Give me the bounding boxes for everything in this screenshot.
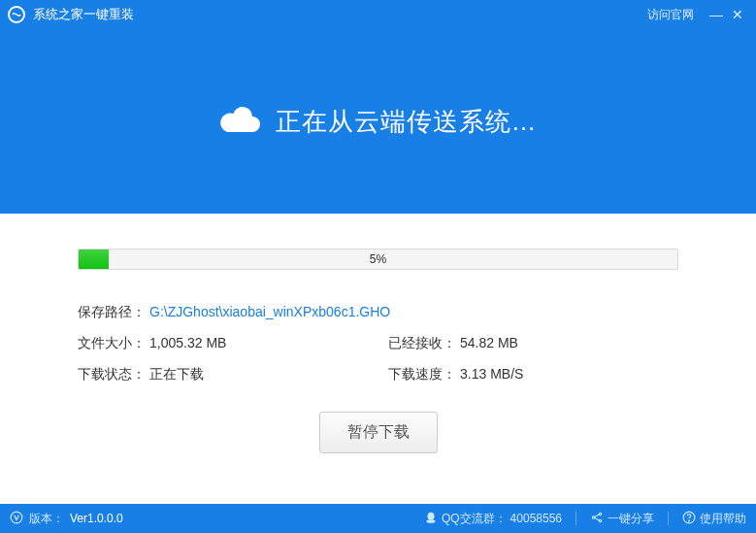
- titlebar: 系统之家一键重装 访问官网 — ✕: [0, 0, 756, 29]
- app-title: 系统之家一键重装: [33, 6, 134, 23]
- cloud-icon: [219, 105, 262, 138]
- svg-point-3: [592, 516, 594, 517]
- received-value: 54.82 MB: [460, 332, 518, 353]
- download-details: 保存路径： G:\ZJGhost\xiaobai_winXPxb06c1.GHO…: [78, 301, 678, 384]
- content-area: 5% 保存路径： G:\ZJGhost\xiaobai_winXPxb06c1.…: [0, 214, 756, 504]
- svg-point-2: [426, 519, 435, 523]
- svg-point-4: [599, 513, 601, 515]
- minimize-button[interactable]: —: [706, 8, 727, 21]
- received-label: 已经接收：: [388, 332, 456, 353]
- save-path-value[interactable]: G:\ZJGhost\xiaobai_winXPxb06c1.GHO: [149, 301, 390, 322]
- share-icon: [590, 511, 604, 527]
- help-link[interactable]: 使用帮助: [682, 511, 746, 527]
- svg-point-5: [599, 519, 601, 521]
- download-progress-bar: 5%: [78, 249, 678, 270]
- close-button[interactable]: ✕: [727, 8, 748, 21]
- statusbar: 版本： Ver1.0.0.0 QQ交流群： 40058556 一键分享: [0, 504, 756, 533]
- file-size-value: 1,005.32 MB: [149, 332, 226, 353]
- share-link[interactable]: 一键分享: [590, 511, 654, 527]
- qq-group-link[interactable]: QQ交流群： 40058556: [424, 511, 562, 527]
- qq-group-label: QQ交流群：: [442, 511, 507, 527]
- download-state-label: 下载状态：: [78, 363, 146, 384]
- progress-percent-label: 5%: [79, 250, 677, 269]
- download-speed-value: 3.13 MB/S: [460, 363, 523, 384]
- pause-download-button[interactable]: 暂停下载: [319, 412, 438, 453]
- share-label: 一键分享: [608, 511, 654, 527]
- svg-point-7: [689, 520, 690, 521]
- qq-icon: [424, 511, 438, 527]
- header-banner: 正在从云端传送系统…: [0, 29, 756, 214]
- divider: [668, 512, 669, 525]
- qq-group-value: 40058556: [510, 512, 562, 525]
- version-value: Ver1.0.0.0: [70, 512, 123, 525]
- version-icon: [10, 511, 23, 527]
- download-state-value: 正在下载: [149, 363, 204, 384]
- app-logo-icon: [8, 6, 25, 23]
- svg-point-1: [427, 512, 434, 519]
- help-label: 使用帮助: [700, 511, 746, 527]
- download-speed-label: 下载速度：: [388, 363, 456, 384]
- divider: [575, 512, 576, 525]
- status-heading: 正在从云端传送系统…: [276, 105, 538, 139]
- official-site-link[interactable]: 访问官网: [647, 7, 694, 23]
- help-icon: [682, 511, 696, 527]
- version-label: 版本：: [29, 511, 64, 527]
- svg-point-0: [11, 512, 22, 523]
- save-path-label: 保存路径：: [78, 301, 146, 322]
- file-size-label: 文件大小：: [78, 332, 146, 353]
